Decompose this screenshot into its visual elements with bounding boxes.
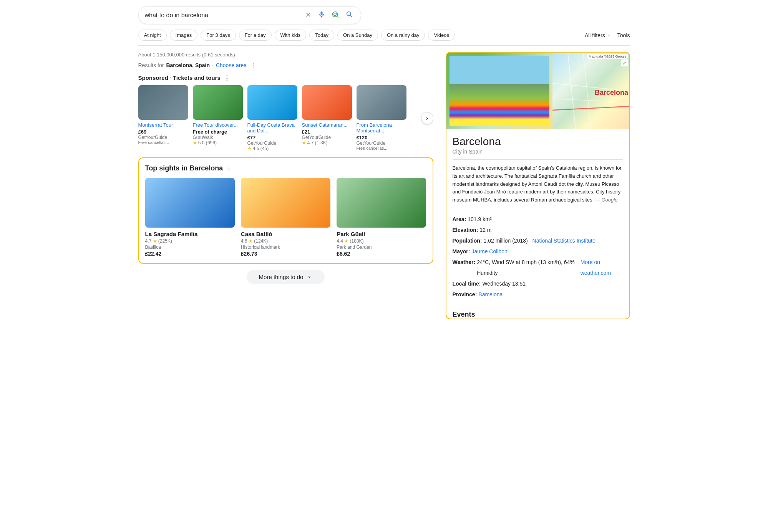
info-panel: Barcelona Map data ©2023 Google ⤢ Barcel… <box>446 52 630 319</box>
ticket-card: Sunset Catamaran... £21 GetYourGuide ★ 4… <box>302 85 352 151</box>
chip-at-night[interactable]: At night <box>138 30 167 41</box>
svg-line-6 <box>552 99 629 102</box>
ticket-title[interactable]: Full-Day Costa Brava and Dal... <box>247 122 297 134</box>
ticket-price: £120 <box>357 135 406 140</box>
ticket-card: Montserrat Tour £69 GetYourGuide Free ca… <box>138 85 188 151</box>
panel-description: Barcelona, the cosmopolitan capital of S… <box>453 164 623 209</box>
sight-type: Basilica <box>145 245 235 250</box>
svg-line-2 <box>337 16 338 18</box>
mayor-link[interactable]: Jaume Collboni <box>471 246 509 257</box>
sight-rating: 4.6 ★ (124K) <box>241 238 330 244</box>
ticket-note: Free cancellati... <box>138 140 188 145</box>
fact-mayor: Mayor: Jaume Collboni <box>453 246 623 257</box>
ticket-title[interactable]: Sunset Catamaran... <box>302 122 352 128</box>
ticket-rating: ★ 5.0 (696) <box>193 140 243 145</box>
more-options-icon[interactable]: ⋮ <box>250 62 256 68</box>
ticket-price: £21 <box>302 129 352 135</box>
sight-card: La Sagrada Familia 4.7 ★ (225K) Basilica… <box>145 178 235 257</box>
sight-image[interactable] <box>337 178 426 228</box>
svg-line-8 <box>552 106 629 110</box>
ticket-card: Full-Day Costa Brava and Dal... £77 GetY… <box>247 85 297 151</box>
ticket-provider: GetYourGuide <box>357 140 406 146</box>
chip-today[interactable]: Today <box>309 30 334 41</box>
fact-weather: Weather: 24°C, Wind SW at 8 mph (13 km/h… <box>453 257 623 278</box>
fact-population: Population: 1.62 million (2018) National… <box>453 235 623 246</box>
ticket-card: From Barcelona Montserrat... £120 GetYou… <box>357 85 406 151</box>
search-input[interactable] <box>145 12 304 19</box>
panel-city-title: Barcelona <box>453 135 623 148</box>
ticket-provider: GetYourGuide <box>138 135 188 140</box>
ticket-title[interactable]: From Barcelona Montserrat... <box>357 122 406 134</box>
ticket-rating: ★ 4.6 (45) <box>247 146 297 151</box>
top-sights-section: Top sights in Barcelona ⋮ La Sagrada Fam… <box>138 157 433 264</box>
panel-facts: Area: 101.9 km² Elevation: 12 m Populati… <box>453 214 623 300</box>
svg-line-3 <box>568 53 576 129</box>
all-filters-button[interactable]: All filters <box>585 32 611 38</box>
ticket-title[interactable]: Free Tour discover... <box>193 122 243 128</box>
search-button[interactable] <box>345 10 355 21</box>
tools-button[interactable]: Tools <box>617 32 630 38</box>
ticket-image <box>302 85 352 120</box>
chip-on-a-sunday[interactable]: On a Sunday <box>337 30 378 41</box>
ticket-card: Free Tour discover... Free of charge Gur… <box>193 85 243 151</box>
carousel-next-button[interactable]: › <box>421 112 433 124</box>
svg-point-1 <box>333 13 336 16</box>
chip-with-kids[interactable]: With kids <box>275 30 307 41</box>
sight-image[interactable] <box>145 178 235 228</box>
clear-icon[interactable] <box>304 10 312 20</box>
chip-on-a-rainy-day[interactable]: On a rainy day <box>381 30 425 41</box>
chip-for-3-days[interactable]: For 3 days <box>201 30 236 41</box>
sponsored-more-icon[interactable]: ⋮ <box>224 74 230 81</box>
top-sights-title: Top sights in Barcelona ⋮ <box>145 164 426 172</box>
panel-map-image[interactable]: Barcelona Map data ©2023 Google ⤢ <box>552 53 629 129</box>
ticket-provider: GuruWalk <box>193 135 243 140</box>
more-things-row: More things to do <box>138 270 433 284</box>
ticket-provider: GetYourGuide <box>247 140 297 146</box>
province-link[interactable]: Barcelona <box>478 289 503 300</box>
result-stats: About 1,150,000,000 results (0.61 second… <box>138 52 433 58</box>
sight-rating: 4.4 ★ (180K) <box>337 238 426 244</box>
chip-videos[interactable]: Videos <box>428 30 455 41</box>
chip-for-a-day[interactable]: For a day <box>239 30 272 41</box>
sight-name: Casa Batlló <box>241 231 330 237</box>
ticket-rating: ★ 4.7 (1.3K) <box>302 140 352 145</box>
sight-rating: 4.7 ★ (225K) <box>145 238 235 244</box>
chip-images[interactable]: Images <box>170 30 198 41</box>
svg-text:Barcelona: Barcelona <box>595 89 629 96</box>
weather-link[interactable]: More on weather.com <box>581 257 623 278</box>
sight-price: £8.62 <box>337 251 426 257</box>
sights-grid: La Sagrada Familia 4.7 ★ (225K) Basilica… <box>145 178 426 257</box>
ticket-price: £77 <box>247 135 297 140</box>
sight-price: £22.42 <box>145 251 235 257</box>
sight-image[interactable] <box>241 178 330 228</box>
sight-card: Park Güell 4.4 ★ (180K) Park and Garden … <box>337 178 426 257</box>
map-expand-button[interactable]: ⤢ <box>621 59 628 66</box>
search-bar <box>138 6 361 24</box>
panel-photo <box>446 53 552 129</box>
ticket-image <box>247 85 297 120</box>
tickets-carousel: Montserrat Tour £69 GetYourGuide Free ca… <box>138 85 433 151</box>
map-data-label: Map data ©2023 Google <box>587 54 627 59</box>
lens-icon[interactable] <box>331 10 340 20</box>
ticket-title[interactable]: Montserrat Tour <box>138 122 188 128</box>
fact-area: Area: 101.9 km² <box>453 214 623 225</box>
ticket-provider: GetYourGuide <box>302 135 352 140</box>
top-sights-more-icon[interactable]: ⋮ <box>226 165 232 172</box>
microphone-icon[interactable] <box>317 10 326 20</box>
fact-elevation: Elevation: 12 m <box>453 225 623 235</box>
location-row: Results for Barcelona, Spain · Choose ar… <box>138 62 433 68</box>
svg-line-4 <box>583 53 591 129</box>
ticket-note: Free cancellati... <box>357 146 406 150</box>
ticket-image <box>357 85 406 120</box>
population-link[interactable]: National Statistics Institute <box>532 235 595 246</box>
choose-area-link[interactable]: Choose area <box>216 62 247 68</box>
events-section-title: Events <box>446 306 629 319</box>
sight-type: Historical landmark <box>241 245 330 250</box>
filter-chips-row: At night Images For 3 days For a day Wit… <box>138 30 630 46</box>
panel-city-subtitle: City in Spain <box>453 149 623 160</box>
sight-name: La Sagrada Familia <box>145 231 235 237</box>
fact-local-time: Local time: Wednesday 13:51 <box>453 278 623 289</box>
more-things-button[interactable]: More things to do <box>247 270 325 284</box>
panel-map-area: Barcelona Map data ©2023 Google ⤢ <box>446 53 629 129</box>
sight-type: Park and Garden <box>337 245 426 250</box>
